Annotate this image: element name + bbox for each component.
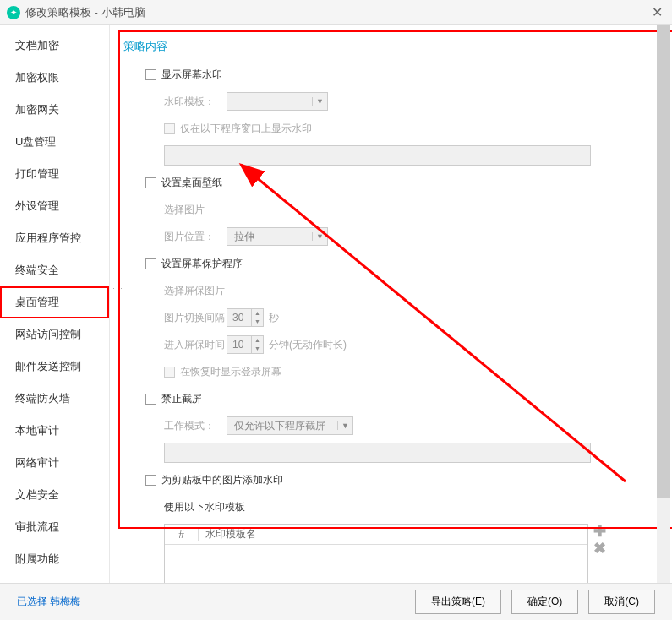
cancel-button[interactable]: 取消(C) xyxy=(588,590,655,614)
chevron-down-icon: ▼ xyxy=(312,97,327,106)
input-screenshot-programs[interactable] xyxy=(164,443,591,463)
sidebar-item-doc-encrypt[interactable]: 文档加密 xyxy=(0,30,109,62)
chevron-down-icon: ▼ xyxy=(337,421,352,430)
spinner-ss-enter[interactable]: 10 ▲▼ xyxy=(227,335,264,354)
ok-button[interactable]: 确定(O) xyxy=(511,590,578,614)
sidebar-item-network-audit[interactable]: 网络审计 xyxy=(0,447,109,479)
input-watermark-programs[interactable] xyxy=(164,145,591,166)
label-watermark-template: 水印模板： xyxy=(164,95,227,109)
label-ss-enter: 进入屏保时间 xyxy=(164,338,227,352)
label-screensaver: 设置屏幕保护程序 xyxy=(161,257,243,271)
sidebar: 文档加密 加密权限 加密网关 U盘管理 打印管理 外设管理 应用程序管控 终端安… xyxy=(0,25,110,583)
label-image-position: 图片位置： xyxy=(164,230,227,244)
section-title: 策略内容 xyxy=(123,39,662,54)
label-use-templates: 使用以下水印模板 xyxy=(164,500,245,514)
close-button[interactable]: ✕ xyxy=(648,4,665,21)
footer: 已选择 韩梅梅 导出策略(E) 确定(O) 取消(C) xyxy=(0,583,672,620)
spinner-ss-interval[interactable]: 30 ▲▼ xyxy=(227,308,264,327)
checkbox-only-programs[interactable] xyxy=(164,123,175,134)
checkbox-set-wallpaper[interactable] xyxy=(145,177,156,188)
chevron-up-icon: ▲ xyxy=(252,336,263,345)
label-set-wallpaper: 设置桌面壁纸 xyxy=(161,176,222,190)
sidebar-item-approval[interactable]: 审批流程 xyxy=(0,511,109,543)
combo-screenshot-mode[interactable]: 仅允许以下程序截屏 ▼ xyxy=(227,416,353,435)
label-no-screenshot: 禁止截屏 xyxy=(161,392,202,406)
selection-status: 已选择 韩梅梅 xyxy=(17,595,80,609)
label-clipboard-watermark: 为剪贴板中的图片添加水印 xyxy=(161,473,283,487)
sidebar-item-addon[interactable]: 附属功能 xyxy=(0,543,109,575)
label-only-programs: 仅在以下程序窗口上显示水印 xyxy=(180,122,312,136)
label-ss-interval: 图片切换间隔 xyxy=(164,311,227,325)
label-ss-enter-unit: 分钟(无动作时长) xyxy=(269,338,347,352)
watermark-template-table[interactable]: # 水印模板名 xyxy=(164,524,588,592)
sidebar-item-mail[interactable]: 邮件发送控制 xyxy=(0,351,109,383)
vertical-scrollbar[interactable] xyxy=(657,25,670,583)
sidebar-item-firewall[interactable]: 终端防火墙 xyxy=(0,383,109,415)
sidebar-item-peripheral[interactable]: 外设管理 xyxy=(0,190,109,222)
add-row-button[interactable]: ✚ xyxy=(593,524,606,539)
col-name: 水印模板名 xyxy=(199,527,256,541)
sidebar-item-local-audit[interactable]: 本地审计 xyxy=(0,415,109,447)
sidebar-item-doc-security[interactable]: 文档安全 xyxy=(0,479,109,511)
chevron-down-icon: ▼ xyxy=(252,318,263,326)
chevron-down-icon: ▼ xyxy=(252,345,263,353)
label-ss-interval-unit: 秒 xyxy=(269,311,279,325)
titlebar: ✦ 修改策略模板 - 小韩电脑 ✕ xyxy=(0,0,672,25)
label-choose-image: 选择图片 xyxy=(164,203,205,217)
sidebar-item-web-access[interactable]: 网站访问控制 xyxy=(0,318,109,351)
sidebar-item-desktop[interactable]: 桌面管理 xyxy=(0,286,109,318)
sidebar-item-print[interactable]: 打印管理 xyxy=(0,158,109,190)
export-button[interactable]: 导出策略(E) xyxy=(415,590,501,614)
checkbox-screensaver[interactable] xyxy=(145,258,156,269)
chevron-down-icon: ▼ xyxy=(312,232,327,241)
sidebar-item-encrypt-gateway[interactable]: 加密网关 xyxy=(0,94,109,126)
remove-row-button[interactable]: ✖ xyxy=(593,541,606,556)
label-show-watermark: 显示屏幕水印 xyxy=(161,68,222,82)
label-screenshot-mode: 工作模式： xyxy=(164,419,227,433)
content-panel: 策略内容 显示屏幕水印 水印模板： ▼ 仅在以下程序窗口上显示水印 xyxy=(110,25,672,583)
chevron-up-icon: ▲ xyxy=(252,309,263,318)
sidebar-item-usb[interactable]: U盘管理 xyxy=(0,126,109,158)
checkbox-show-watermark[interactable] xyxy=(145,69,156,80)
checkbox-restore-login[interactable] xyxy=(164,367,175,378)
sidebar-item-app-control[interactable]: 应用程序管控 xyxy=(0,222,109,254)
label-restore-login: 在恢复时显示登录屏幕 xyxy=(180,365,281,379)
checkbox-no-screenshot[interactable] xyxy=(145,394,156,405)
combo-watermark-template[interactable]: ▼ xyxy=(227,92,328,111)
window-title: 修改策略模板 - 小韩电脑 xyxy=(25,5,145,20)
label-choose-ss-image: 选择屏保图片 xyxy=(164,284,225,298)
app-icon: ✦ xyxy=(7,6,20,19)
sidebar-item-encrypt-perm[interactable]: 加密权限 xyxy=(0,62,109,94)
checkbox-clipboard-watermark[interactable] xyxy=(145,475,156,486)
sidebar-item-terminal-security[interactable]: 终端安全 xyxy=(0,254,109,286)
col-num: # xyxy=(165,529,199,541)
combo-image-position[interactable]: 拉伸 ▼ xyxy=(227,227,328,246)
